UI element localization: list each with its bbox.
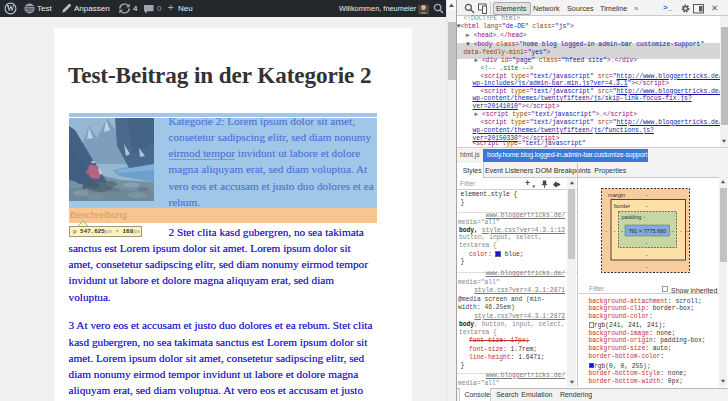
svg-text:-: - xyxy=(672,228,674,234)
svg-text:791 × 7775.660: 791 × 7775.660 xyxy=(628,228,666,234)
svg-text:-: - xyxy=(680,228,682,234)
svg-text:padding: padding xyxy=(622,214,642,220)
svg-text:-: - xyxy=(646,203,648,209)
svg-text:-: - xyxy=(646,192,648,198)
svg-text:-: - xyxy=(646,264,648,270)
svg-text:border: border xyxy=(614,203,630,209)
svg-text:-: - xyxy=(646,252,648,258)
svg-text:-: - xyxy=(605,228,607,234)
svg-text:W: W xyxy=(7,4,15,13)
svg-text:-: - xyxy=(614,228,616,234)
svg-text:-: - xyxy=(621,228,623,234)
svg-text:margin: margin xyxy=(608,192,625,198)
svg-text:-: - xyxy=(644,214,646,220)
svg-text:-: - xyxy=(687,228,689,234)
svg-text:-: - xyxy=(646,240,648,246)
